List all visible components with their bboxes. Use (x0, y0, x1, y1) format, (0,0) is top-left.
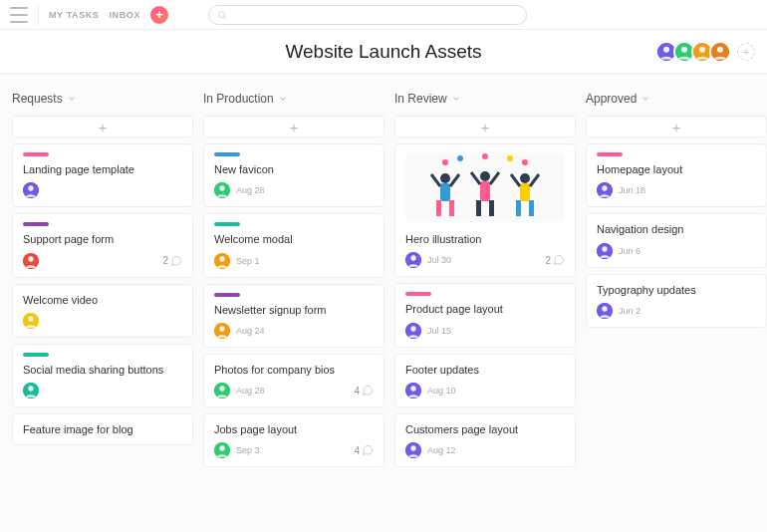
svg-point-29 (457, 155, 463, 161)
card[interactable]: Customers page layoutAug 12 (394, 413, 576, 467)
comment-count[interactable]: 2 (545, 254, 565, 266)
assignee-avatar[interactable] (214, 383, 230, 399)
assignee-avatar[interactable] (23, 383, 39, 399)
due-date: Aug 28 (236, 386, 265, 396)
comment-icon (362, 444, 374, 456)
nav-inbox[interactable]: INBOX (109, 10, 140, 20)
add-card-button[interactable]: + (394, 116, 576, 137)
svg-point-21 (219, 256, 224, 261)
svg-point-32 (522, 159, 528, 165)
due-date: Jul 15 (427, 326, 451, 336)
card-title: Customers page layout (405, 422, 565, 436)
comment-icon (170, 255, 182, 267)
search-input[interactable] (208, 5, 527, 25)
card[interactable]: Landing page template (12, 143, 193, 207)
svg-point-0 (219, 11, 225, 17)
card-title: Feature image for blog (23, 422, 182, 436)
card[interactable]: Navigation designJun 6 (586, 213, 767, 267)
assignee-avatar[interactable] (597, 182, 613, 198)
svg-point-54 (410, 326, 415, 331)
column: In Production +New faviconAug 28Welcome … (203, 92, 384, 522)
add-card-button[interactable]: + (203, 116, 384, 137)
assignee-avatar[interactable] (214, 182, 230, 198)
card[interactable]: Feature image for blog (12, 413, 193, 445)
card-tag (214, 222, 240, 226)
nav-my-tasks[interactable]: MY TASKS (49, 10, 99, 20)
card[interactable]: Product page layoutJul 15 (394, 283, 576, 347)
due-date: Jun 6 (619, 246, 640, 256)
card-footer (23, 383, 182, 399)
add-member-button[interactable]: + (737, 43, 755, 61)
column-header[interactable]: In Review (394, 92, 576, 110)
assignee-avatar[interactable] (214, 442, 230, 458)
assignee-avatar[interactable] (23, 313, 39, 329)
card[interactable]: Social media sharing buttons (12, 344, 193, 407)
svg-point-17 (28, 387, 33, 392)
assignee-avatar[interactable] (597, 303, 613, 319)
due-date: Aug 10 (427, 386, 456, 396)
card-footer: Jul 302 (405, 252, 565, 268)
card[interactable]: Support page form2 (12, 213, 193, 277)
comment-count[interactable]: 4 (354, 444, 374, 456)
assignee-avatar[interactable] (23, 182, 39, 198)
chevron-down-icon (67, 94, 77, 104)
card-footer: Sep 34 (214, 442, 374, 458)
card[interactable]: Photos for company biosAug 284 (203, 354, 384, 407)
card-footer (23, 313, 182, 329)
svg-point-33 (440, 173, 450, 183)
card[interactable]: Homepage layoutJun 18 (586, 143, 767, 207)
assignee-avatar[interactable] (405, 383, 421, 399)
add-card-button[interactable]: + (12, 116, 193, 137)
card[interactable]: Hero illustrationJul 302 (394, 143, 576, 277)
due-date: Jun 18 (619, 185, 645, 195)
due-date: Aug 28 (236, 185, 265, 195)
search-icon (217, 10, 227, 20)
card-footer: Jun 2 (597, 303, 756, 319)
card-title: Photos for company bios (214, 363, 374, 377)
card-footer: Jul 15 (405, 323, 565, 339)
assignee-avatar[interactable] (405, 252, 421, 268)
column-header[interactable]: Requests (12, 92, 193, 110)
add-card-button[interactable]: + (586, 116, 767, 137)
assignee-avatar[interactable] (214, 253, 230, 269)
svg-point-11 (28, 186, 33, 191)
svg-point-56 (410, 386, 415, 391)
card[interactable]: Typography updatesJun 2 (586, 274, 767, 328)
card[interactable]: Welcome modalSep 1 (203, 213, 384, 277)
assignee-avatar[interactable] (23, 253, 39, 269)
assignee-avatar[interactable] (405, 323, 421, 339)
chevron-down-icon (640, 94, 650, 104)
card[interactable]: Jobs page layoutSep 34 (203, 413, 384, 467)
member-avatars: + (661, 41, 755, 63)
assignee-avatar[interactable] (597, 243, 613, 259)
assignee-avatar[interactable] (405, 442, 421, 458)
svg-point-45 (520, 173, 530, 183)
svg-line-44 (490, 172, 499, 184)
svg-rect-41 (476, 200, 481, 216)
card-footer: Aug 24 (214, 323, 374, 339)
card-footer: Aug 284 (214, 383, 374, 399)
comment-count[interactable]: 4 (354, 385, 374, 397)
card[interactable]: New faviconAug 28 (203, 143, 384, 207)
column: In Review + Hero illustrationJul 302Prod… (394, 92, 576, 522)
assignee-avatar[interactable] (214, 323, 230, 339)
menu-icon[interactable] (10, 7, 28, 23)
card-title: Support page form (23, 232, 182, 246)
column-header[interactable]: Approved (586, 92, 767, 110)
column-header[interactable]: In Production (203, 92, 384, 110)
card[interactable]: Newsletter signup formAug 24 (203, 284, 384, 348)
column-title: Approved (586, 92, 637, 106)
svg-point-28 (442, 159, 448, 165)
comment-count[interactable]: 2 (162, 255, 182, 267)
svg-point-58 (410, 446, 415, 451)
svg-point-62 (602, 246, 607, 251)
card-footer: Aug 12 (405, 442, 565, 458)
member-avatar[interactable] (709, 41, 731, 63)
add-button[interactable]: + (150, 6, 168, 24)
due-date: Aug 24 (236, 326, 265, 336)
card-title: New favicon (214, 162, 374, 176)
card-tag (23, 353, 49, 357)
card[interactable]: Footer updatesAug 10 (394, 354, 576, 407)
svg-point-25 (219, 387, 224, 392)
card[interactable]: Welcome video (12, 284, 193, 338)
